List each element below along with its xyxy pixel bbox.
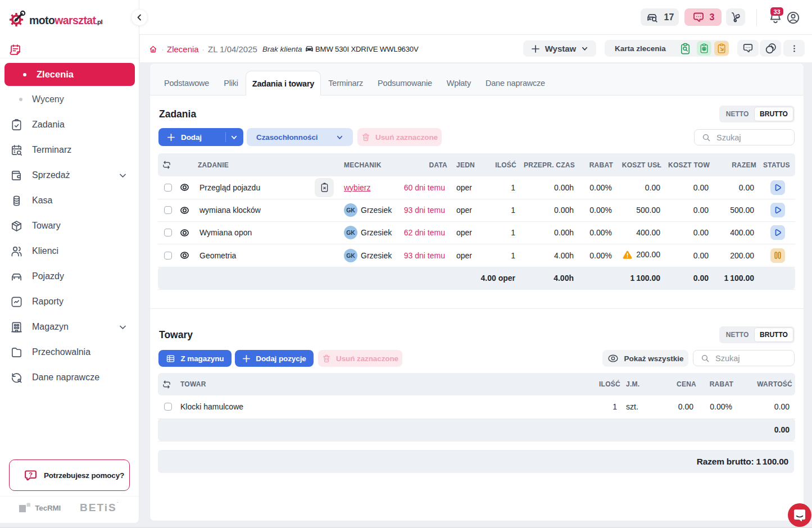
svg-text:?: ? <box>29 470 33 477</box>
